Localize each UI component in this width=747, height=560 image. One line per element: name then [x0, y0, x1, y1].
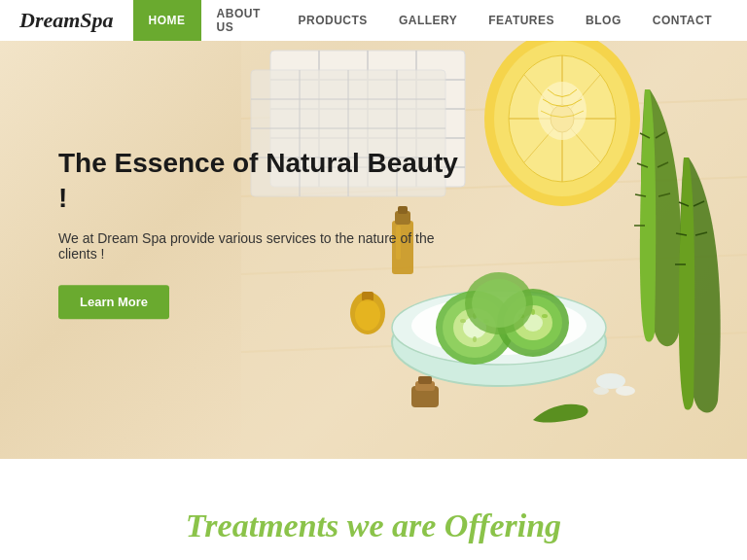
nav-item-home[interactable]: HOME	[133, 0, 201, 41]
nav-item-gallery[interactable]: GALLERY	[383, 0, 473, 41]
site-header: DreamSpa HOMEABOUT USPRODUCTSGALLERYFEAT…	[0, 0, 747, 41]
nav-item-about-us[interactable]: ABOUT US	[201, 0, 283, 41]
svg-point-55	[472, 279, 526, 328]
svg-point-46	[473, 336, 477, 342]
treatments-title: Treatments we are Offering	[39, 508, 708, 544]
svg-rect-58	[418, 376, 432, 384]
hero-content: The Essence of Natural Beauty ! We at Dr…	[58, 146, 467, 319]
hero-subtitle: We at Dream Spa provide various services…	[58, 230, 447, 262]
svg-point-60	[616, 386, 635, 396]
svg-point-28	[538, 82, 587, 140]
svg-point-43	[460, 319, 466, 323]
hero-section: The Essence of Natural Beauty ! We at Dr…	[0, 41, 747, 459]
main-nav: HOMEABOUT USPRODUCTSGALLERYFEATURESBLOGC…	[133, 0, 728, 41]
svg-point-52	[542, 314, 548, 318]
nav-item-contact[interactable]: CONTACT	[637, 0, 728, 41]
site-logo[interactable]: DreamSpa	[19, 8, 114, 33]
nav-item-features[interactable]: FEATURES	[473, 0, 570, 41]
learn-more-button[interactable]: Learn More	[58, 285, 169, 319]
nav-item-products[interactable]: PRODUCTS	[283, 0, 383, 41]
nav-item-blog[interactable]: BLOG	[570, 0, 637, 41]
hero-title: The Essence of Natural Beauty !	[58, 146, 467, 217]
treatments-section: Treatments we are Offering In commodo pu…	[0, 459, 747, 560]
svg-point-61	[593, 387, 609, 395]
